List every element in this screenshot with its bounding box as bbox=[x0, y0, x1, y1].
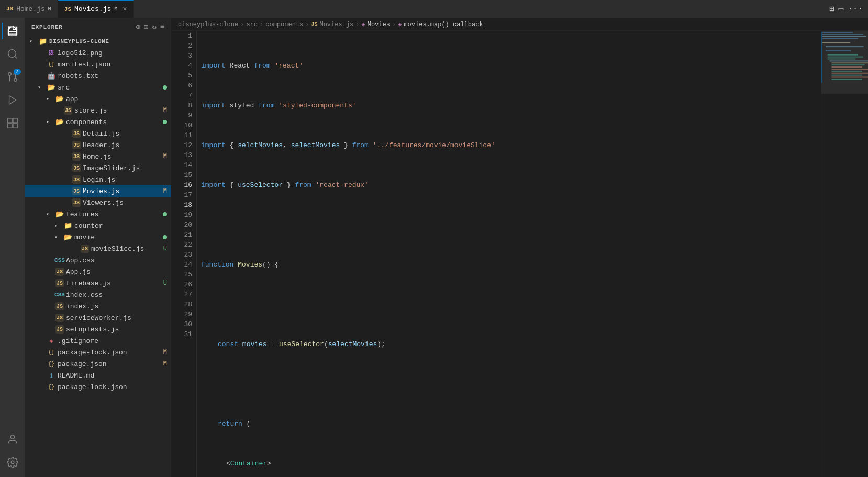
new-folder-icon[interactable]: ⊞ bbox=[144, 23, 149, 31]
tree-movieslice[interactable]: ▸ JS movieSlice.js U bbox=[25, 243, 171, 254]
tree-components[interactable]: ▾ 📂 components bbox=[25, 116, 171, 128]
activity-source-control[interactable]: 7 bbox=[2, 66, 23, 87]
svg-point-0 bbox=[8, 50, 16, 58]
tree-movies[interactable]: ▸ JS Movies.js M bbox=[25, 185, 171, 197]
activity-extensions[interactable] bbox=[2, 113, 23, 134]
svg-point-3 bbox=[8, 73, 11, 76]
tree-firebase[interactable]: ▸ JS firebase.js U bbox=[25, 278, 171, 289]
line-6: function Movies() { bbox=[201, 260, 817, 270]
tree-features[interactable]: ▾ 📂 features bbox=[25, 208, 171, 220]
ln11: 11 bbox=[180, 130, 192, 140]
tree-src[interactable]: ▾ 📂 src bbox=[25, 82, 171, 93]
tree-indexjs[interactable]: ▸ JS index.js bbox=[25, 301, 171, 312]
ln29: 29 bbox=[180, 309, 192, 319]
tab-movies-close[interactable]: × bbox=[123, 5, 127, 14]
ln12: 12 bbox=[180, 140, 192, 150]
line-numbers: 1 2 3 4 5 6 7 8 9 10 11 12 13 14 15 16 1 bbox=[172, 31, 197, 477]
indexcss-icon: CSS bbox=[55, 291, 64, 299]
manifest-label: manifest.json bbox=[58, 61, 171, 69]
svg-rect-31 bbox=[831, 79, 862, 80]
tree-gitignore[interactable]: ▸ ◈ .gitignore bbox=[25, 335, 171, 347]
activity-account[interactable] bbox=[2, 429, 23, 450]
viewers-label: Viewers.js bbox=[83, 199, 171, 207]
tree-pkgjson[interactable]: ▸ {} package.json M bbox=[25, 358, 171, 370]
breadcrumb-callback[interactable]: movies.map() callback bbox=[404, 21, 483, 28]
indexcss-label: index.css bbox=[66, 291, 171, 299]
tree-indexcss[interactable]: ▸ CSS index.css bbox=[25, 289, 171, 301]
tree-setuptests[interactable]: ▸ JS setupTests.js bbox=[25, 324, 171, 335]
svg-rect-17 bbox=[826, 46, 864, 47]
tree-detail[interactable]: ▸ JS Detail.js bbox=[25, 128, 171, 139]
tree-pkglock2[interactable]: ▸ {} package-lock.json bbox=[25, 381, 171, 393]
pkgjson-icon: {} bbox=[47, 360, 55, 368]
breadcrumb-sep3: › bbox=[305, 21, 309, 28]
store-js-icon: JS bbox=[64, 106, 72, 115]
movie-dot bbox=[163, 235, 167, 239]
ln23: 23 bbox=[180, 250, 192, 260]
ln7: 7 bbox=[180, 91, 192, 101]
movie-label: movie bbox=[74, 234, 161, 241]
firebase-icon: JS bbox=[55, 279, 64, 287]
tree-appcss[interactable]: ▸ CSS App.css bbox=[25, 254, 171, 266]
tree-store[interactable]: ▸ JS store.js M bbox=[25, 105, 171, 116]
tree-logo512[interactable]: ▸ 🖼 logo512.png bbox=[25, 47, 171, 59]
tree-viewers[interactable]: ▸ JS Viewers.js bbox=[25, 197, 171, 208]
tree-pkglock[interactable]: ▸ {} package-lock.json M bbox=[25, 347, 171, 358]
ln18: 18 bbox=[180, 200, 192, 210]
tree-root[interactable]: ▾ 📁 DISNEYPLUS-CLONE bbox=[25, 36, 171, 47]
activity-explorer[interactable] bbox=[2, 20, 23, 41]
line-4: import { useSelector } from 'react-redux… bbox=[201, 180, 817, 190]
logo-label: logo512.png bbox=[58, 49, 171, 57]
tab-movies[interactable]: JS Movies.js M × bbox=[58, 0, 134, 18]
code-editor: disneyplus-clone › src › components › JS… bbox=[172, 18, 868, 477]
svg-marker-5 bbox=[9, 96, 16, 105]
new-file-icon[interactable]: ⊕ bbox=[136, 23, 141, 31]
tree-manifest[interactable]: ▸ {} manifest.json bbox=[25, 59, 171, 70]
st-label: setupTests.js bbox=[66, 326, 171, 334]
activity-settings[interactable] bbox=[2, 452, 23, 473]
breadcrumb-src[interactable]: src bbox=[246, 21, 258, 28]
tree-imageslider[interactable]: ▸ JS ImageSlider.js bbox=[25, 162, 171, 174]
breadcrumb-components[interactable]: components bbox=[265, 21, 303, 28]
tree-counter[interactable]: ▸ 📁 counter bbox=[25, 220, 171, 231]
tree-header[interactable]: ▸ JS Header.js bbox=[25, 139, 171, 151]
txt-icon: 🤖 bbox=[47, 72, 55, 80]
tree-readme[interactable]: ▸ ℹ README.md bbox=[25, 370, 171, 381]
code-content[interactable]: 1 2 3 4 5 6 7 8 9 10 11 12 13 14 15 16 1 bbox=[172, 31, 868, 477]
movieslice-js-icon: JS bbox=[81, 245, 89, 253]
tab-group: JS Home.js M JS Movies.js M × bbox=[0, 0, 134, 18]
tree-movie[interactable]: ▾ 📂 movie bbox=[25, 231, 171, 243]
tree-appjs[interactable]: ▸ JS App.js bbox=[25, 266, 171, 278]
tab-home[interactable]: JS Home.js M bbox=[0, 0, 58, 18]
breadcrumb-movies-fn[interactable]: Movies bbox=[368, 21, 390, 28]
tree-app[interactable]: ▾ 📂 app bbox=[25, 93, 171, 105]
split-editor-icon[interactable]: ⊞ bbox=[829, 4, 834, 14]
robots-label: robots.txt bbox=[58, 72, 171, 80]
ln20: 20 bbox=[180, 220, 192, 230]
pkgjson-badge: M bbox=[163, 360, 167, 368]
root-folder-icon: 📁 bbox=[39, 37, 47, 46]
breadcrumb-root[interactable]: disneyplus-clone bbox=[178, 21, 238, 28]
breadcrumb-sep5: › bbox=[392, 21, 396, 28]
firebase-badge: U bbox=[163, 280, 167, 287]
home-label: Home.js bbox=[83, 153, 161, 161]
svg-rect-21 bbox=[828, 59, 855, 60]
editor-area: disneyplus-clone › src › components › JS… bbox=[172, 18, 868, 477]
breadcrumb-moviesjs[interactable]: Movies.js bbox=[319, 21, 353, 28]
breadcrumb-movies-fn-icon: ◈ bbox=[361, 20, 365, 28]
sidebar-title: EXPLORER bbox=[31, 24, 63, 30]
activity-run[interactable] bbox=[2, 90, 23, 110]
collapse-icon[interactable]: ≡ bbox=[160, 23, 165, 31]
tree-robots[interactable]: ▸ 🤖 robots.txt bbox=[25, 70, 171, 82]
tree-home[interactable]: ▸ JS Home.js M bbox=[25, 151, 171, 162]
ln4: 4 bbox=[180, 61, 192, 71]
code-lines[interactable]: import React from 'react' import styled … bbox=[197, 31, 821, 477]
svg-rect-6 bbox=[7, 118, 12, 123]
tree-login[interactable]: ▸ JS Login.js bbox=[25, 174, 171, 185]
more-actions-icon[interactable]: ··· bbox=[848, 4, 863, 14]
tree-serviceworker[interactable]: ▸ JS serviceWorker.js bbox=[25, 312, 171, 324]
activity-search[interactable] bbox=[2, 43, 23, 64]
refresh-icon[interactable]: ↻ bbox=[152, 23, 157, 31]
svg-rect-8 bbox=[7, 124, 12, 128]
layout-icon[interactable]: ▭ bbox=[839, 4, 844, 14]
